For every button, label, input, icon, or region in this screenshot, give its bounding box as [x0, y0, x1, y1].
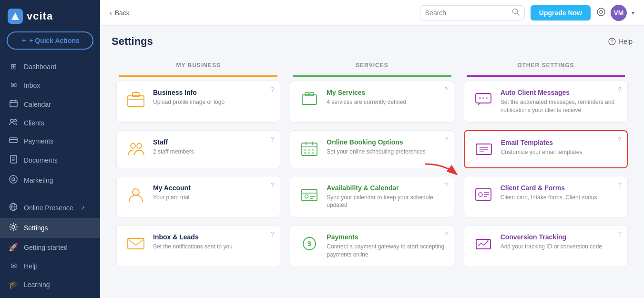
sidebar-item-payments[interactable]: Payments: [0, 132, 100, 150]
svg-rect-45: [308, 152, 310, 154]
sidebar-item-getting-started[interactable]: 🚀 Getting started: [0, 238, 100, 257]
topbar-icons: VM ▾: [596, 5, 634, 21]
sidebar-item-label: Calendar: [24, 101, 51, 108]
quick-actions-button[interactable]: ＋ + Quick Actions: [7, 31, 93, 50]
sidebar-logo: vcita: [0, 0, 100, 31]
svg-rect-46: [312, 152, 314, 154]
main-content: ‹ Back Upgrade Now VM ▾ Settings ?: [100, 0, 644, 298]
upgrade-label: Upgrade Now: [539, 9, 582, 17]
card-conversion-tracking[interactable]: Conversion Tracking Add your tracking ID…: [464, 225, 628, 267]
sidebar-item-label: Marketing: [24, 176, 53, 184]
avatar-dropdown-icon[interactable]: ▾: [632, 10, 634, 16]
card-help-icon[interactable]: ?: [444, 230, 448, 238]
avatar[interactable]: VM: [611, 5, 627, 21]
card-help-icon[interactable]: ?: [617, 136, 621, 144]
sidebar-item-help[interactable]: ✉ Help: [0, 257, 100, 275]
logo-text: vcita: [27, 10, 53, 22]
card-help-icon[interactable]: ?: [444, 181, 448, 189]
services-header: SERVICES: [285, 57, 459, 77]
settings-icon: [9, 223, 18, 233]
card-auto-client-messages[interactable]: Auto Client Messages Set the automated m…: [464, 81, 628, 123]
logo-icon: [8, 9, 23, 24]
payments-settings-body: Payments Connect a payment gateway to st…: [327, 233, 445, 259]
my-account-body: My Account Your plan: trial: [153, 184, 191, 202]
svg-point-14: [12, 178, 15, 181]
svg-rect-1: [10, 101, 17, 107]
svg-marker-0: [11, 12, 19, 20]
settings-topbar-icon[interactable]: [596, 7, 606, 19]
availability-calendar-body: Availability & Calendar Sync your calend…: [327, 184, 445, 210]
card-payments-settings[interactable]: $ Payments Connect a payment gateway to …: [290, 225, 454, 267]
help-link[interactable]: ? Help: [608, 38, 633, 45]
sidebar-item-label: Documents: [24, 156, 58, 164]
card-help-icon[interactable]: ?: [618, 181, 622, 189]
sidebar-item-dashboard[interactable]: ⊞ Dashboard: [0, 57, 100, 76]
conversion-tracking-desc: Add your tracking ID or conversion code: [501, 243, 602, 251]
card-business-info[interactable]: Business Info Upload profile image or lo…: [116, 81, 280, 123]
sidebar-item-calendar[interactable]: Calendar: [0, 94, 100, 114]
auto-client-messages-desc: Set the automated messages, reminders an…: [501, 98, 619, 114]
client-card-forms-desc: Client card, Intake forms, Client status: [501, 194, 597, 202]
client-card-forms-title: Client Card & Forms: [501, 184, 597, 192]
auto-client-messages-icon: [473, 89, 494, 110]
svg-point-54: [305, 195, 308, 198]
back-button[interactable]: ‹ Back: [110, 9, 130, 17]
upgrade-now-button[interactable]: Upgrade Now: [531, 5, 591, 21]
sidebar: vcita ＋ + Quick Actions ⊞ Dashboard ✉ In…: [0, 0, 100, 298]
svg-point-5: [10, 119, 13, 122]
card-inbox-leads[interactable]: Inbox & Leads Set the notifications sent…: [116, 225, 280, 267]
card-my-services[interactable]: My Services 4 services are currently def…: [290, 81, 454, 123]
search-input[interactable]: [425, 9, 508, 17]
card-help-icon[interactable]: ?: [271, 181, 275, 189]
svg-point-34: [486, 97, 488, 99]
inbox-leads-desc: Set the notifications sent to you: [153, 243, 233, 251]
sidebar-item-marketing[interactable]: Marketing: [0, 170, 100, 190]
back-chevron-icon: ‹: [110, 9, 112, 17]
my-account-icon: [125, 184, 146, 205]
card-help-icon[interactable]: ?: [271, 135, 275, 143]
card-help-icon[interactable]: ?: [618, 230, 622, 238]
conversion-tracking-title: Conversion Tracking: [501, 233, 602, 241]
svg-point-21: [597, 8, 605, 16]
sidebar-item-online-presence[interactable]: Online Presence ↗: [0, 198, 100, 218]
availability-calendar-desc: Sync your calendar to keep your schedule…: [327, 194, 445, 210]
sidebar-item-label: Help: [24, 262, 38, 270]
card-help-icon[interactable]: ?: [271, 230, 275, 238]
sidebar-item-label: Getting started: [24, 244, 68, 251]
sidebar-item-settings[interactable]: Settings: [0, 218, 100, 238]
card-help-icon[interactable]: ?: [271, 86, 275, 93]
dashboard-icon: ⊞: [9, 62, 18, 71]
sidebar-item-clients[interactable]: Clients: [0, 114, 100, 132]
online-booking-title: Online Booking Options: [327, 138, 425, 146]
sidebar-item-label: Clients: [24, 119, 44, 127]
other-settings-divider: [467, 75, 625, 77]
calendar-icon: [9, 99, 18, 109]
card-my-account[interactable]: My Account Your plan: trial ?: [116, 176, 280, 218]
services-col-header: SERVICES: [285, 57, 459, 75]
card-help-icon[interactable]: ?: [444, 135, 448, 143]
payments-settings-icon: $: [299, 233, 320, 254]
staff-title: Staff: [153, 138, 194, 146]
my-business-header: MY BUSINESS: [112, 57, 285, 77]
card-online-booking[interactable]: Online Booking Options Set your online s…: [290, 130, 454, 168]
card-availability-calendar[interactable]: Availability & Calendar Sync your calend…: [290, 176, 454, 218]
my-services-title: My Services: [327, 89, 406, 96]
my-services-body: My Services 4 services are currently def…: [327, 89, 406, 106]
sidebar-item-inbox[interactable]: ✉ Inbox: [0, 76, 100, 94]
online-booking-body: Online Booking Options Set your online s…: [327, 138, 425, 156]
sidebar-item-label: Inbox: [24, 82, 40, 89]
card-staff[interactable]: Staff 2 staff members ?: [116, 130, 280, 168]
sidebar-item-learning[interactable]: 🎓 Learning: [0, 275, 100, 294]
sidebar-item-label: Online Presence: [24, 204, 73, 212]
card-email-templates[interactable]: Email Templates Customize your email tem…: [464, 130, 628, 168]
card-help-icon[interactable]: ?: [618, 86, 622, 93]
settings-grid: MY BUSINESS SERVICES OTHER SETTINGS: [112, 57, 633, 271]
business-info-icon: [125, 89, 146, 110]
svg-point-6: [14, 120, 17, 122]
business-info-body: Business Info Upload profile image or lo…: [153, 89, 225, 106]
card-client-card-forms[interactable]: Client Card & Forms Client card, Intake …: [464, 176, 628, 218]
card-help-icon[interactable]: ?: [444, 86, 448, 93]
inbox-leads-title: Inbox & Leads: [153, 233, 233, 241]
svg-point-56: [479, 193, 482, 196]
sidebar-item-documents[interactable]: Documents: [0, 150, 100, 170]
